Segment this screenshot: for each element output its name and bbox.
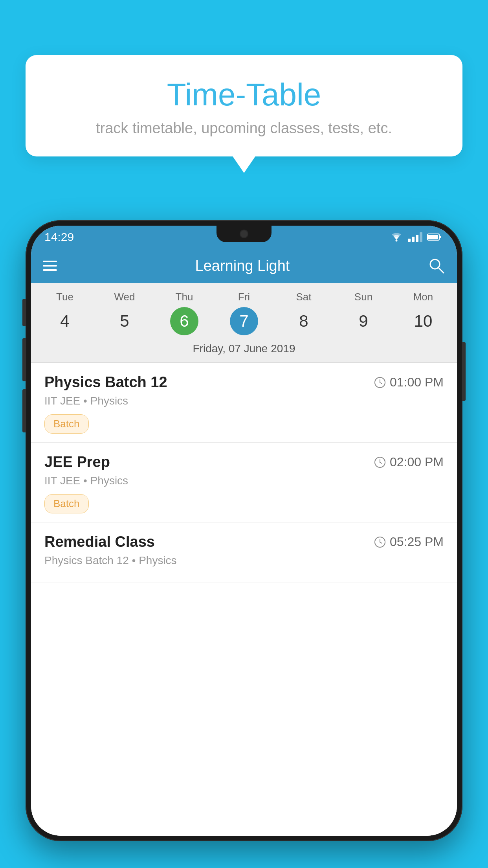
phone-outer: 14:29 bbox=[26, 220, 462, 841]
status-icons bbox=[390, 232, 441, 242]
clock-icon-1 bbox=[374, 456, 386, 468]
schedule-list: Physics Batch 1201:00 PMIIT JEE • Physic… bbox=[31, 363, 457, 836]
day-number-sun[interactable]: 9 bbox=[349, 307, 378, 335]
hamburger-menu-icon[interactable] bbox=[43, 261, 57, 271]
battery-icon bbox=[427, 233, 441, 241]
day-name-mon: Mon bbox=[413, 291, 433, 303]
class-time-0: 01:00 PM bbox=[374, 375, 444, 390]
batch-tag-1: Batch bbox=[44, 494, 89, 513]
batch-tag-0: Batch bbox=[44, 414, 89, 434]
day-number-thu[interactable]: 6 bbox=[170, 307, 198, 335]
day-name-thu: Thu bbox=[176, 291, 193, 303]
svg-point-4 bbox=[430, 259, 440, 269]
week-days-row: Tue4Wed5Thu6Fri7Sat8Sun9Mon10 bbox=[31, 283, 457, 338]
phone-button-left-top bbox=[22, 299, 26, 326]
class-meta-1: IIT JEE • Physics bbox=[44, 474, 444, 487]
day-name-sat: Sat bbox=[296, 291, 311, 303]
signal-icon bbox=[408, 232, 422, 242]
phone-camera bbox=[240, 230, 248, 238]
schedule-item-header-2: Remedial Class05:25 PM bbox=[44, 533, 444, 550]
wifi-icon bbox=[390, 232, 403, 242]
clock-icon-0 bbox=[374, 377, 386, 388]
day-number-fri[interactable]: 7 bbox=[230, 307, 258, 335]
class-name-0: Physics Batch 12 bbox=[44, 374, 167, 391]
search-icon[interactable] bbox=[428, 257, 445, 274]
day-col-mon[interactable]: Mon10 bbox=[393, 291, 453, 335]
day-number-tue[interactable]: 4 bbox=[51, 307, 79, 335]
schedule-item-header-0: Physics Batch 1201:00 PM bbox=[44, 374, 444, 391]
class-time-1: 02:00 PM bbox=[374, 455, 444, 469]
svg-line-8 bbox=[380, 383, 382, 384]
calendar-section: Tue4Wed5Thu6Fri7Sat8Sun9Mon10 Friday, 07… bbox=[31, 283, 457, 363]
svg-rect-3 bbox=[439, 236, 441, 238]
svg-rect-2 bbox=[428, 235, 438, 239]
clock-icon-2 bbox=[374, 536, 386, 548]
app-bar: Learning Light bbox=[31, 248, 457, 283]
class-meta-2: Physics Batch 12 • Physics bbox=[44, 554, 444, 567]
svg-line-14 bbox=[380, 542, 382, 543]
tooltip-subtitle: track timetable, upcoming classes, tests… bbox=[49, 120, 439, 137]
schedule-item-2[interactable]: Remedial Class05:25 PMPhysics Batch 12 •… bbox=[31, 522, 457, 583]
day-col-tue[interactable]: Tue4 bbox=[35, 291, 95, 335]
phone-notch bbox=[216, 226, 272, 242]
day-col-sun[interactable]: Sun9 bbox=[334, 291, 393, 335]
tooltip-title: Time-Table bbox=[49, 77, 439, 113]
day-name-tue: Tue bbox=[56, 291, 73, 303]
day-col-sat[interactable]: Sat8 bbox=[274, 291, 334, 335]
day-number-sat[interactable]: 8 bbox=[290, 307, 318, 335]
class-time-2: 05:25 PM bbox=[374, 535, 444, 549]
schedule-item-header-1: JEE Prep02:00 PM bbox=[44, 454, 444, 471]
phone-button-left-mid bbox=[22, 338, 26, 381]
phone-button-right bbox=[462, 342, 466, 401]
class-name-1: JEE Prep bbox=[44, 454, 110, 471]
phone-container: 14:29 bbox=[26, 220, 462, 841]
svg-point-0 bbox=[396, 240, 398, 242]
day-number-mon[interactable]: 10 bbox=[409, 307, 437, 335]
app-title: Learning Light bbox=[69, 257, 416, 274]
day-name-wed: Wed bbox=[114, 291, 135, 303]
schedule-item-0[interactable]: Physics Batch 1201:00 PMIIT JEE • Physic… bbox=[31, 363, 457, 443]
day-name-fri: Fri bbox=[238, 291, 250, 303]
class-meta-0: IIT JEE • Physics bbox=[44, 395, 444, 407]
page-background: Time-Table track timetable, upcoming cla… bbox=[0, 0, 488, 868]
status-time: 14:29 bbox=[44, 230, 74, 244]
calendar-date-label: Friday, 07 June 2019 bbox=[31, 338, 457, 362]
svg-line-11 bbox=[380, 462, 382, 463]
phone-button-left-bot bbox=[22, 389, 26, 432]
svg-line-5 bbox=[439, 268, 444, 273]
class-name-2: Remedial Class bbox=[44, 533, 155, 550]
schedule-item-1[interactable]: JEE Prep02:00 PMIIT JEE • PhysicsBatch bbox=[31, 443, 457, 522]
day-col-thu[interactable]: Thu6 bbox=[154, 291, 214, 335]
day-name-sun: Sun bbox=[354, 291, 372, 303]
day-col-fri[interactable]: Fri7 bbox=[214, 291, 274, 335]
day-number-wed[interactable]: 5 bbox=[110, 307, 139, 335]
day-col-wed[interactable]: Wed5 bbox=[95, 291, 154, 335]
phone-screen: 14:29 bbox=[31, 226, 457, 836]
tooltip-card: Time-Table track timetable, upcoming cla… bbox=[26, 55, 462, 156]
